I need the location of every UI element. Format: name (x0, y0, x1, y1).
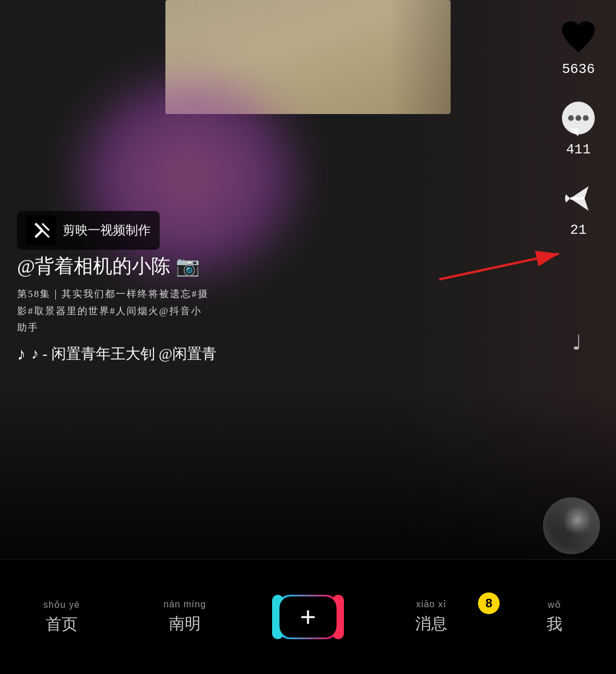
music-note-decoration: ♩ (572, 331, 582, 355)
description-block: 第58集｜其实我们都一样终将被遗忘#摄 影#取景器里的世界#人间烟火@抖音小 助… (17, 286, 542, 335)
capcut-watermark: 剪映一视频制作 (17, 211, 160, 250)
capcut-label: 剪映一视频制作 (63, 220, 151, 240)
plus-icon: + (300, 603, 316, 631)
nav-profile-label: 我 (546, 614, 562, 635)
right-action-buttons: 5636 411 21 (558, 17, 599, 238)
share-icon (558, 178, 599, 219)
nav-profile[interactable]: wǒ 我 (493, 599, 616, 635)
nav-home-label: 首页 (46, 614, 78, 635)
like-count: 5636 (562, 62, 595, 77)
svg-point-1 (568, 115, 574, 121)
add-content-button[interactable]: + (277, 595, 339, 639)
nav-explore-label: 南明 (169, 613, 201, 635)
nav-message-pinyin: xiāo xī (416, 599, 446, 610)
nav-add-wrapper: + (246, 595, 370, 639)
user-tag[interactable]: @背着相机的小陈 📷 (17, 251, 542, 282)
like-button[interactable]: 5636 (558, 17, 599, 77)
video-content-area: @背着相机的小陈 📷 第58集｜其实我们都一样终将被遗忘#摄 影#取景器里的世界… (0, 251, 559, 366)
nav-profile-pinyin: wǒ (548, 599, 561, 610)
share-button[interactable]: 21 (558, 178, 599, 238)
nav-explore-pinyin: nán míng (164, 599, 206, 610)
nav-message-label: 消息 (415, 613, 447, 635)
comment-button[interactable]: 411 (558, 98, 599, 157)
capcut-logo-icon (26, 216, 56, 245)
tiktok-logo-icon: ♪ (17, 344, 26, 364)
plus-button-inner: + (279, 596, 337, 638)
desc-pinyin-3: 助手 (17, 320, 542, 335)
heart-icon (558, 17, 599, 58)
message-badge: 8 (478, 592, 500, 614)
music-text: ♪ - 闲置青年王大钊 @闲置青 (31, 342, 217, 366)
nav-home-pinyin: shǒu yè (43, 599, 80, 610)
comment-count: 411 (566, 142, 590, 157)
nav-explore[interactable]: nán míng 南明 (123, 599, 246, 635)
desc-pinyin-1: 第58集｜其实我们都一样终将被遗忘#摄 (17, 286, 542, 302)
nav-home[interactable]: shǒu yè 首页 (0, 599, 123, 635)
nav-messages[interactable]: xiāo xī 消息 8 (370, 599, 493, 635)
svg-point-3 (583, 115, 589, 121)
music-row: ♪ ♪ - 闲置青年王大钊 @闲置青 (17, 342, 542, 366)
comment-icon (558, 98, 599, 139)
svg-point-2 (576, 115, 581, 121)
desc-pinyin-2: 影#取景器里的世界#人间烟火@抖音小 (17, 303, 542, 319)
bottom-navigation: shǒu yè 首页 nán míng 南明 + xiāo xī 消息 8 wǒ… (0, 560, 616, 674)
bg-dark-overlay-bottom (0, 388, 616, 559)
share-count: 21 (570, 222, 587, 238)
music-disc (543, 497, 600, 554)
user-tag-text: @背着相机的小陈 📷 (17, 255, 200, 277)
